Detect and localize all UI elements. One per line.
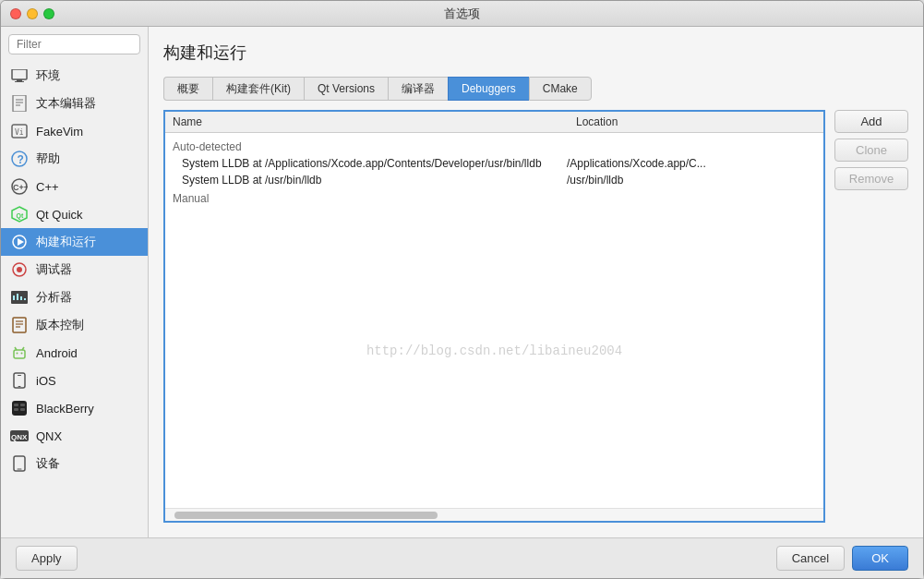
sidebar-label-text-editor: 文本编辑器 <box>36 95 96 112</box>
svg-rect-37 <box>14 404 18 406</box>
sidebar-label-devices: 设备 <box>36 455 60 472</box>
minimize-button[interactable] <box>27 8 38 19</box>
debugger-icon <box>10 260 29 279</box>
filter-input[interactable] <box>8 34 140 54</box>
svg-rect-2 <box>15 81 24 82</box>
svg-rect-1 <box>17 79 22 81</box>
clone-button[interactable]: Clone <box>834 139 908 162</box>
sidebar-label-cpp: C++ <box>36 180 59 194</box>
main-content: 环境 文本编辑器 Vi FakeVim <box>1 27 923 537</box>
table-row[interactable]: System LLDB at /usr/bin/lldb /usr/bin/ll… <box>173 172 816 188</box>
sidebar-item-devices[interactable]: 设备 <box>1 450 148 477</box>
svg-rect-3 <box>13 95 26 112</box>
tab-compilers[interactable]: 编译器 <box>388 77 448 101</box>
action-buttons: Add Clone Remove <box>834 110 908 523</box>
svg-text:C++: C++ <box>13 183 28 192</box>
tabs-bar: 概要 构建套件(Kit) Qt Versions 编译器 Debuggers C… <box>163 77 908 101</box>
analyzer-icon <box>10 288 29 307</box>
sidebar-label-fakevim: FakeVim <box>36 125 83 139</box>
close-button[interactable] <box>10 8 21 19</box>
qnx-icon: QNX <box>10 427 29 445</box>
ok-button[interactable]: OK <box>852 546 908 571</box>
svg-text:?: ? <box>18 153 24 166</box>
svg-rect-44 <box>18 469 22 470</box>
android-icon <box>10 344 29 362</box>
tab-overview[interactable]: 概要 <box>163 77 212 101</box>
sidebar-label-qt-quick: Qt Quick <box>36 208 83 222</box>
watermark-text: http://blog.csdn.net/libaineu2004 <box>366 344 622 358</box>
svg-rect-34 <box>18 375 21 376</box>
ios-icon <box>10 371 29 390</box>
svg-rect-24 <box>13 318 26 332</box>
sidebar-item-android[interactable]: Android <box>1 339 148 367</box>
cancel-button[interactable]: Cancel <box>776 546 845 571</box>
svg-rect-36 <box>12 401 27 416</box>
svg-rect-35 <box>18 386 21 387</box>
row-location-1: /usr/bin/lldb <box>567 174 807 187</box>
horizontal-scrollbar[interactable] <box>165 508 823 521</box>
svg-point-32 <box>21 353 23 355</box>
add-button[interactable]: Add <box>834 110 908 133</box>
svg-rect-0 <box>12 69 27 79</box>
content-area: Name Location Auto-detected System LLDB … <box>163 110 908 523</box>
row-name-1: System LLDB at /usr/bin/lldb <box>182 174 567 187</box>
tab-debuggers[interactable]: Debuggers <box>448 77 529 101</box>
svg-rect-28 <box>14 350 25 358</box>
group-manual: Manual <box>173 188 816 207</box>
col-location-header: Location <box>576 115 816 128</box>
sidebar-item-version-control[interactable]: 版本控制 <box>1 311 148 339</box>
sidebar-label-android: Android <box>36 346 78 360</box>
group-auto-detected: Auto-detected <box>173 137 816 155</box>
sidebar-item-debugger[interactable]: 调试器 <box>1 256 148 283</box>
tab-qt-versions[interactable]: Qt Versions <box>304 77 388 101</box>
sidebar-item-fakevim[interactable]: Vi FakeVim <box>1 117 148 145</box>
version-icon <box>10 316 29 334</box>
sidebar-item-qnx[interactable]: QNX QNX <box>1 422 148 450</box>
sidebar-label-environment: 环境 <box>36 67 60 84</box>
maximize-button[interactable] <box>43 8 54 19</box>
bottom-bar: Apply Cancel OK <box>1 537 923 578</box>
qt-quick-icon: Qt <box>10 205 29 223</box>
sidebar-item-blackberry[interactable]: BlackBerry <box>1 394 148 422</box>
window-title: 首选项 <box>444 6 480 22</box>
debuggers-table: Name Location Auto-detected System LLDB … <box>163 110 825 523</box>
sidebar-item-ios[interactable]: iOS <box>1 367 148 394</box>
sidebar-item-text-editor[interactable]: 文本编辑器 <box>1 90 148 117</box>
sidebar: 环境 文本编辑器 Vi FakeVim <box>1 27 149 537</box>
svg-text:Vi: Vi <box>15 128 24 137</box>
tab-cmake[interactable]: CMake <box>529 77 592 101</box>
sidebar-item-environment[interactable]: 环境 <box>1 62 148 90</box>
right-panel: 构建和运行 概要 构建套件(Kit) Qt Versions 编译器 Debug… <box>149 27 923 537</box>
apply-button[interactable]: Apply <box>16 546 78 571</box>
sidebar-label-qnx: QNX <box>36 429 62 443</box>
build-icon <box>10 233 29 251</box>
svg-text:Qt: Qt <box>17 212 24 220</box>
monitor-icon <box>10 66 29 85</box>
sidebar-item-build-run[interactable]: 构建和运行 <box>1 228 148 256</box>
sidebar-label-help: 帮助 <box>36 151 60 167</box>
remove-button[interactable]: Remove <box>834 167 908 190</box>
svg-marker-16 <box>18 238 24 246</box>
table-row[interactable]: System LLDB at /Applications/Xcode.app/C… <box>173 155 816 172</box>
sidebar-item-help[interactable]: ? 帮助 <box>1 145 148 173</box>
sidebar-label-build-run: 构建和运行 <box>36 234 96 250</box>
col-name-header: Name <box>173 115 576 128</box>
sidebar-item-analyzer[interactable]: 分析器 <box>1 283 148 311</box>
blackberry-icon <box>10 399 29 417</box>
sidebar-label-analyzer: 分析器 <box>36 289 72 306</box>
row-location-0: /Applications/Xcode.app/C... <box>567 157 807 170</box>
table-header: Name Location <box>165 112 823 133</box>
svg-point-18 <box>17 267 22 272</box>
sidebar-label-debugger: 调试器 <box>36 261 72 278</box>
tab-build-kit[interactable]: 构建套件(Kit) <box>212 77 304 101</box>
table-body[interactable]: Auto-detected System LLDB at /Applicatio… <box>165 133 823 508</box>
window-controls <box>10 8 54 19</box>
sidebar-item-cpp[interactable]: C++ C++ <box>1 173 148 200</box>
page-title: 构建和运行 <box>163 42 908 64</box>
svg-rect-39 <box>14 408 18 411</box>
svg-text:QNX: QNX <box>11 433 28 441</box>
sidebar-item-qt-quick[interactable]: Qt Qt Quick <box>1 200 148 228</box>
sidebar-label-blackberry: BlackBerry <box>36 402 94 416</box>
scrollbar-thumb[interactable] <box>174 512 438 519</box>
fakevim-icon: Vi <box>10 122 29 140</box>
